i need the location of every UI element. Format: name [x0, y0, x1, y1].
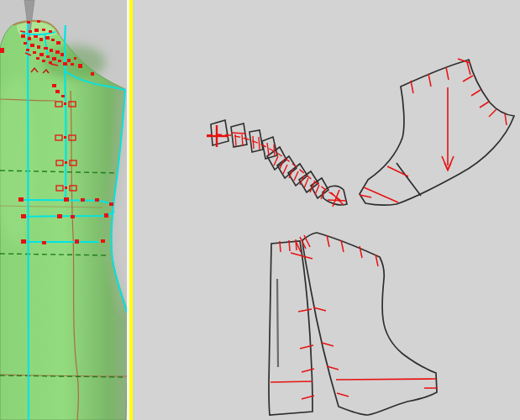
body-notch — [322, 343, 334, 346]
3d-avatar-canvas[interactable] — [0, 0, 127, 420]
notch-mark — [27, 21, 30, 24]
strip-tick — [304, 178, 308, 188]
notch-mark — [55, 50, 60, 54]
notch-mark — [75, 239, 79, 244]
notch-mark — [101, 239, 105, 243]
notch-mark — [34, 29, 39, 32]
notch-mark — [46, 55, 50, 58]
notch-mark — [39, 38, 43, 41]
band-notch — [289, 240, 290, 251]
strip-segment-2[interactable] — [231, 123, 247, 147]
notch-mark — [49, 30, 52, 33]
strip-segment-9[interactable] — [311, 178, 328, 198]
notch-mark — [81, 198, 85, 202]
strip-tick — [259, 137, 260, 150]
strip-tick — [274, 156, 278, 165]
notch-mark — [74, 57, 76, 60]
notch-mark — [71, 63, 74, 66]
notch-mark — [0, 48, 4, 53]
strip-tip-cross — [328, 200, 346, 201]
yoke-piece[interactable] — [360, 60, 514, 205]
notch-mark — [36, 57, 39, 60]
pin-dot — [65, 186, 67, 189]
strip-tick — [283, 165, 287, 174]
yoke-corner-line — [364, 187, 398, 202]
strip-tick — [294, 171, 298, 181]
notch-mark — [26, 49, 29, 51]
yoke-notch — [411, 81, 413, 93]
strip-tick — [253, 136, 254, 149]
yoke-internal-seam — [397, 163, 421, 196]
notch-mark — [63, 62, 67, 66]
notch-mark — [42, 241, 46, 244]
yoke-notch — [489, 109, 496, 117]
notch-mark — [56, 41, 60, 45]
strip-segment-1[interactable] — [211, 120, 228, 145]
yoke-notch — [480, 102, 489, 108]
notch-mark — [67, 59, 71, 62]
pin-dot — [65, 161, 67, 164]
yoke-notch — [463, 76, 473, 81]
notch-mark — [37, 20, 40, 23]
notch-mark — [30, 44, 34, 47]
notch-mark — [55, 90, 60, 93]
strip-tick — [231, 133, 246, 134]
strip-tick — [315, 185, 319, 195]
notch-mark — [29, 30, 32, 33]
notch-mark — [21, 34, 25, 38]
yoke-notch — [446, 67, 449, 80]
notch-mark — [44, 47, 48, 50]
notch-mark — [95, 198, 99, 202]
band-notch — [298, 309, 312, 312]
2d-pattern-viewport[interactable] — [133, 0, 520, 420]
3d-avatar-viewport[interactable] — [0, 0, 127, 420]
yoke-notch — [428, 74, 431, 87]
notch-mark — [58, 60, 61, 62]
2d-pattern-canvas[interactable] — [133, 0, 520, 420]
notch-mark — [37, 45, 40, 49]
notch-mark — [42, 60, 45, 62]
notch-mark — [61, 95, 65, 97]
body-notch — [337, 393, 349, 396]
band-internal-line — [277, 279, 278, 367]
strip-tick — [242, 134, 243, 146]
notch-tick — [20, 31, 25, 32]
notch-mark — [71, 215, 75, 218]
notch-mark — [57, 214, 62, 218]
notch-mark — [60, 53, 64, 56]
band-notch — [280, 241, 281, 252]
body-red-line — [336, 379, 436, 380]
notch-mark — [45, 36, 50, 39]
notch-mark — [50, 49, 53, 52]
notch-mark — [21, 239, 26, 244]
notch-mark — [109, 202, 113, 206]
pin-dot — [64, 136, 66, 139]
body-shoulder-notch — [360, 246, 362, 258]
notch-mark — [42, 29, 45, 31]
yoke-notch — [471, 90, 481, 96]
yoke-notch — [505, 113, 507, 125]
notch-mark — [91, 72, 94, 76]
strip-tick — [274, 144, 275, 156]
notch-mark — [28, 37, 31, 40]
seam-center-front — [28, 22, 29, 420]
band-red-line — [271, 381, 313, 382]
notch-mark — [52, 57, 56, 60]
notch-mark — [64, 197, 69, 202]
notch-mark — [33, 51, 36, 54]
yoke-dart-tick — [387, 166, 408, 176]
notch-mark — [21, 214, 26, 218]
notch-mark — [52, 84, 56, 87]
notch-mark — [18, 197, 24, 202]
body-piece[interactable] — [302, 233, 437, 415]
notch-mark — [51, 39, 55, 41]
strip-segment-3[interactable] — [249, 130, 263, 152]
pattern-cad-workspace — [0, 0, 520, 420]
notch-mark — [24, 42, 27, 45]
notch-mark — [39, 53, 44, 56]
notch-mark — [78, 64, 82, 68]
notch-mark — [104, 213, 108, 218]
pin-dot — [64, 102, 66, 105]
strip-tick — [235, 134, 236, 146]
strip-tick — [267, 143, 269, 155]
